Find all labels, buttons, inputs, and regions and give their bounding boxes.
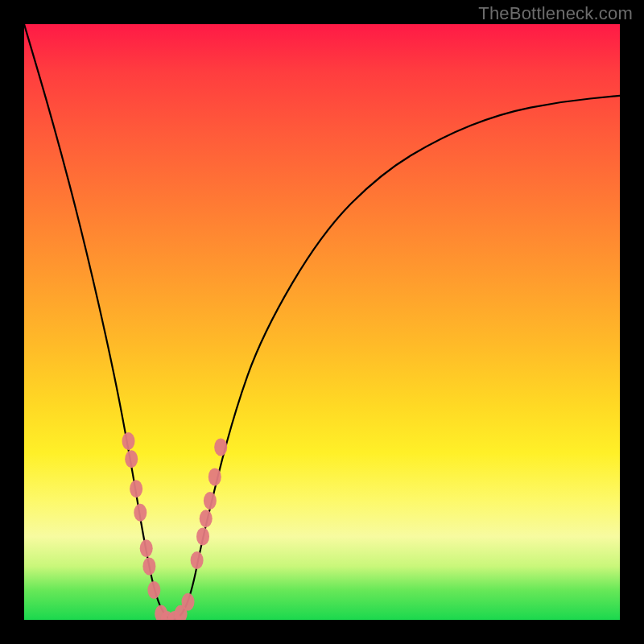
marker-point [140,539,153,557]
marker-point [208,468,221,485]
chart-frame: TheBottleneck.com [0,0,644,644]
watermark-text: TheBottleneck.com [478,3,633,24]
marker-point [122,432,135,450]
marker-point [191,551,204,569]
marker-point [204,492,217,510]
plot-area [24,24,620,620]
marker-point [147,581,160,599]
marker-point [200,510,213,527]
marker-point [130,480,142,497]
marker-point [196,527,209,545]
marker-point [214,438,227,456]
bottleneck-curve [24,24,620,620]
marker-point [134,504,147,522]
marker-point [182,593,195,611]
chart-svg [24,24,620,620]
marker-point [142,557,155,575]
marker-point [125,450,138,468]
highlight-markers [122,432,228,620]
